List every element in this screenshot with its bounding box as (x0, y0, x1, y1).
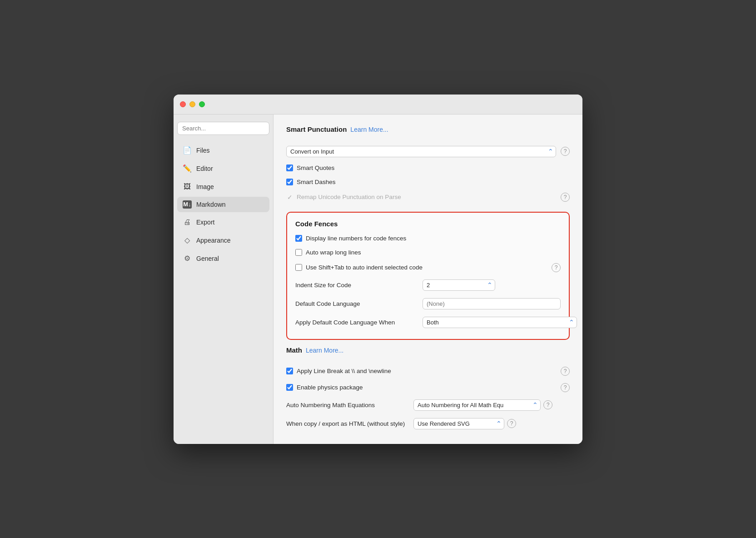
preferences-window: 📄 Files ✏️ Editor 🖼 Image M↓ Markdown 🖨 … (174, 95, 582, 444)
enable-physics-row: Enable physics package ? (286, 379, 570, 396)
sidebar-item-appearance[interactable]: ◇ Appearance (177, 232, 269, 249)
line-numbers-wrapper: Display line numbers for code fences (295, 235, 561, 242)
physics-help-button[interactable]: ? (561, 383, 570, 392)
auto-numbering-label: Auto Numbering Math Equations (286, 402, 413, 408)
sidebar-item-label: Editor (196, 165, 213, 172)
copy-export-label: When copy / export as HTML (without styl… (286, 420, 413, 427)
main-content: 📄 Files ✏️ Editor 🖼 Image M↓ Markdown 🖨 … (174, 115, 582, 444)
editor-icon: ✏️ (183, 164, 192, 173)
auto-numbering-row: Auto Numbering Math Equations Auto Numbe… (286, 396, 570, 414)
shift-tab-wrapper: Use Shift+Tab to auto indent selected co… (295, 264, 547, 271)
remap-checkbox-wrapper: ✓ Remap Unicode Punctuation on Parse (286, 194, 556, 201)
apply-line-break-checkbox[interactable] (286, 368, 293, 374)
search-input[interactable] (177, 122, 269, 135)
sidebar: 📄 Files ✏️ Editor 🖼 Image M↓ Markdown 🖨 … (174, 115, 274, 444)
convert-select-wrapper: Convert on Input Convert on Export Both … (286, 146, 556, 157)
sidebar-item-label: Image (196, 183, 214, 190)
content-panel: Smart Punctuation Learn More... Convert … (274, 115, 582, 444)
display-line-numbers-checkbox[interactable] (295, 235, 302, 242)
auto-numbering-help-button[interactable]: ? (543, 400, 552, 409)
sidebar-item-label: Files (196, 147, 210, 154)
remap-help-button[interactable]: ? (561, 193, 570, 202)
auto-numbering-select-wrapper: Auto Numbering for All Math Equ No Auto … (413, 399, 541, 411)
smart-dashes-row: Smart Dashes (286, 175, 570, 189)
apply-default-row: Apply Default Code Language When Both On… (295, 313, 561, 332)
sidebar-item-editor[interactable]: ✏️ Editor (177, 160, 269, 177)
indent-size-select[interactable]: 2 4 8 (423, 279, 495, 291)
minimize-button[interactable] (189, 101, 195, 107)
files-icon: 📄 (183, 146, 192, 155)
code-fences-title: Code Fences (295, 220, 561, 228)
smart-quotes-checkbox-wrapper: Smart Quotes (286, 164, 334, 171)
export-icon: 🖨 (183, 218, 192, 227)
sidebar-item-export[interactable]: 🖨 Export (177, 214, 269, 230)
enable-physics-checkbox[interactable] (286, 384, 293, 391)
default-language-label: Default Code Language (295, 300, 423, 307)
maximize-button[interactable] (199, 101, 205, 107)
sidebar-item-files[interactable]: 📄 Files (177, 142, 269, 159)
copy-export-select[interactable]: Use Rendered SVG Use MathJax Use KaTeX (413, 418, 504, 429)
titlebar (174, 95, 582, 115)
display-line-numbers-label: Display line numbers for code fences (306, 235, 561, 242)
shift-tab-label: Use Shift+Tab to auto indent selected co… (306, 264, 547, 271)
sidebar-item-label: General (196, 255, 219, 262)
image-icon: 🖼 (183, 182, 192, 191)
shift-tab-row: Use Shift+Tab to auto indent selected co… (295, 259, 561, 276)
math-section: Math Learn More... Apply Line Break at \… (286, 346, 570, 433)
smart-quotes-checkbox[interactable] (286, 164, 293, 171)
sidebar-item-label: Appearance (196, 237, 231, 244)
default-language-input[interactable] (423, 298, 561, 309)
general-icon: ⚙ (183, 254, 192, 263)
auto-wrap-checkbox[interactable] (295, 249, 302, 256)
appearance-icon: ◇ (183, 236, 192, 245)
indent-size-label: Indent Size for Code (295, 282, 423, 289)
convert-row: Convert on Input Convert on Export Both … (286, 142, 570, 161)
auto-wrap-label: Auto wrap long lines (306, 249, 561, 256)
remap-unicode-row: ✓ Remap Unicode Punctuation on Parse ? (286, 189, 570, 205)
shift-tab-checkbox[interactable] (295, 264, 302, 271)
smart-quotes-label: Smart Quotes (297, 164, 334, 171)
apply-default-select-wrapper: Both On New Code Block On Parse Only ⌃ (423, 317, 577, 328)
indent-size-row: Indent Size for Code 2 4 8 ⌃ (295, 276, 561, 294)
convert-help-button[interactable]: ? (561, 147, 570, 156)
apply-line-break-row: Apply Line Break at \\ and \newline ? (286, 363, 570, 379)
line-break-help-button[interactable]: ? (561, 367, 570, 376)
apply-default-label: Apply Default Code Language When (295, 319, 423, 326)
shift-tab-help-button[interactable]: ? (552, 263, 561, 272)
indent-size-select-wrapper: 2 4 8 ⌃ (423, 279, 495, 291)
auto-wrap-wrapper: Auto wrap long lines (295, 249, 561, 256)
remap-checkmark: ✓ (286, 194, 293, 201)
smart-punctuation-section: Smart Punctuation Learn More... Convert … (286, 125, 570, 205)
enable-physics-label: Enable physics package (297, 384, 556, 391)
sidebar-item-image[interactable]: 🖼 Image (177, 179, 269, 195)
smart-dashes-checkbox-wrapper: Smart Dashes (286, 179, 336, 185)
code-fences-section: Code Fences Display line numbers for cod… (286, 212, 570, 340)
copy-export-controls: Use Rendered SVG Use MathJax Use KaTeX ⌃… (413, 418, 516, 429)
copy-export-select-wrapper: Use Rendered SVG Use MathJax Use KaTeX ⌃ (413, 418, 504, 429)
math-title: Math (286, 346, 302, 354)
smart-quotes-row: Smart Quotes (286, 161, 570, 175)
smart-punctuation-title: Smart Punctuation (286, 125, 347, 133)
markdown-icon: M↓ (183, 200, 192, 209)
remap-unicode-label: Remap Unicode Punctuation on Parse (297, 194, 556, 200)
apply-default-select[interactable]: Both On New Code Block On Parse Only (423, 317, 577, 328)
auto-wrap-row: Auto wrap long lines (295, 245, 561, 259)
convert-select[interactable]: Convert on Input Convert on Export Both (286, 146, 556, 157)
default-language-row: Default Code Language (295, 294, 561, 313)
sidebar-item-markdown[interactable]: M↓ Markdown (177, 197, 269, 212)
close-button[interactable] (180, 101, 186, 107)
smart-dashes-checkbox[interactable] (286, 179, 293, 185)
auto-numbering-controls: Auto Numbering for All Math Equ No Auto … (413, 399, 552, 411)
copy-export-row: When copy / export as HTML (without styl… (286, 414, 570, 433)
smart-dashes-label: Smart Dashes (297, 179, 336, 185)
apply-line-break-label: Apply Line Break at \\ and \newline (297, 368, 556, 374)
sidebar-item-label: Export (196, 219, 214, 226)
math-learn-more[interactable]: Learn More... (306, 347, 343, 354)
smart-punctuation-learn-more[interactable]: Learn More... (350, 126, 388, 133)
sidebar-item-label: Markdown (196, 201, 226, 208)
physics-wrapper: Enable physics package (286, 384, 556, 391)
sidebar-item-general[interactable]: ⚙ General (177, 250, 269, 267)
display-line-numbers-row: Display line numbers for code fences (295, 231, 561, 245)
copy-export-help-button[interactable]: ? (507, 419, 516, 428)
auto-numbering-select[interactable]: Auto Numbering for All Math Equ No Auto … (413, 399, 541, 411)
